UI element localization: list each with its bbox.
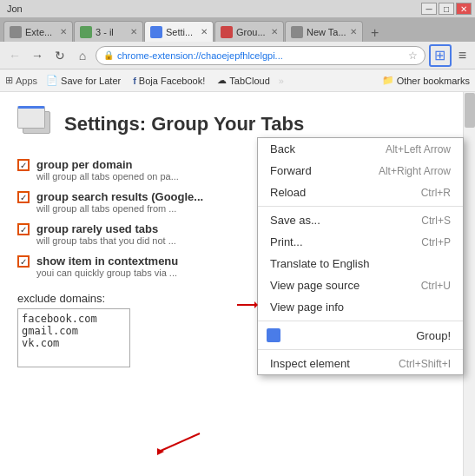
ctx-divider-1 bbox=[258, 206, 463, 207]
tab-exte[interactable]: Exte... ✕ bbox=[3, 21, 73, 42]
group-search-checkbox[interactable] bbox=[17, 191, 30, 203]
svg-marker-3 bbox=[157, 448, 164, 455]
back-button[interactable]: ← bbox=[5, 46, 24, 65]
tab-close-icon[interactable]: ✕ bbox=[60, 27, 67, 36]
tab-close-icon[interactable]: ✕ bbox=[201, 27, 208, 36]
nav-bar: ← → ↻ ⌂ 🔒 chrome-extension://chaoejepfhl… bbox=[0, 42, 475, 69]
main-content: Settings: Group Your Tabs group per doma… bbox=[0, 92, 475, 476]
boja-facebook-bookmark[interactable]: f Boja Facebook! bbox=[129, 74, 208, 88]
ctx-inspect-shortcut: Ctrl+Shift+I bbox=[399, 358, 451, 370]
ctx-back-shortcut: Alt+Left Arrow bbox=[386, 143, 451, 155]
tab-label: New Ta... bbox=[307, 27, 346, 37]
apps-label: Apps bbox=[16, 76, 37, 86]
bookmark-star-icon[interactable]: ☆ bbox=[408, 50, 418, 62]
bookmark-label: TabCloud bbox=[229, 76, 269, 86]
group-icon bbox=[267, 328, 280, 342]
setting-show-context: show item in contextmenu youi can quickl… bbox=[17, 255, 261, 278]
ctx-print[interactable]: Print... Ctrl+P bbox=[258, 231, 463, 253]
close-button[interactable]: ✕ bbox=[456, 3, 472, 15]
setting-desc: will group all tabs opened from ... bbox=[36, 203, 203, 214]
tab-favicon bbox=[291, 26, 303, 38]
ctx-forward-shortcut: Alt+Right Arrow bbox=[379, 165, 451, 177]
page-title: Settings: Group Your Tabs bbox=[64, 113, 304, 136]
context-menu: Back Alt+Left Arrow Forward Alt+Right Ar… bbox=[257, 137, 464, 375]
address-icon: 🔒 bbox=[103, 50, 114, 60]
tab-close-icon[interactable]: ✕ bbox=[130, 27, 137, 36]
title-bar: Jon ─ □ ✕ bbox=[0, 0, 475, 17]
tab-label: 3 - il bbox=[96, 27, 114, 37]
tab-label: Exte... bbox=[25, 27, 52, 37]
tab-close-icon[interactable]: ✕ bbox=[271, 27, 278, 36]
save-for-later-bookmark[interactable]: 📄 Save for Later bbox=[43, 73, 124, 88]
page-area: Settings: Group Your Tabs group per doma… bbox=[0, 92, 475, 476]
scrollbar-thumb[interactable] bbox=[465, 93, 475, 128]
ctx-back[interactable]: Back Alt+Left Arrow bbox=[258, 138, 463, 160]
setting-group-rarely: group rarely used tabs will group tabs t… bbox=[17, 222, 261, 246]
address-text: chrome-extension://chaoejepfhlcelgpi... bbox=[117, 50, 405, 61]
minimize-button[interactable]: ─ bbox=[421, 3, 437, 15]
tab-favicon bbox=[80, 26, 92, 38]
forward-button[interactable]: → bbox=[28, 46, 47, 65]
address-bar[interactable]: 🔒 chrome-extension://chaoejepfhlcelgpi..… bbox=[96, 46, 426, 65]
tab-label: Grou... bbox=[236, 27, 266, 37]
tab-settings[interactable]: Setti... ✕ bbox=[144, 21, 214, 42]
setting-label: group rarely used tabs bbox=[36, 222, 176, 235]
setting-label: group search results (Google... bbox=[36, 190, 203, 203]
setting-desc: youi can quickly group tabs via ... bbox=[36, 268, 178, 278]
new-tab-button[interactable]: + bbox=[364, 24, 386, 42]
ctx-view-info-label: View page info bbox=[270, 301, 344, 314]
red-arrow-icon bbox=[234, 298, 258, 312]
tab-new[interactable]: New Ta... ✕ bbox=[285, 21, 363, 42]
ctx-view-source-label: View page source bbox=[270, 279, 360, 292]
ctx-translate[interactable]: Translate to English bbox=[258, 253, 463, 274]
tab-bar: Exte... ✕ 3 - il ✕ Setti... ✕ Grou... ✕ … bbox=[0, 17, 475, 42]
settings-list: group per domain will group all tabs ope… bbox=[17, 158, 261, 278]
setting-label: group per domain bbox=[36, 158, 179, 171]
ctx-inspect-label: Inspect element bbox=[270, 357, 350, 370]
ctx-inspect[interactable]: Inspect element Ctrl+Shift+I bbox=[258, 353, 463, 374]
ctx-group-label: Group! bbox=[416, 329, 451, 342]
ctx-reload[interactable]: Reload Ctrl+R bbox=[258, 182, 463, 203]
setting-text: group rarely used tabs will group tabs t… bbox=[36, 222, 176, 246]
ctx-forward[interactable]: Forward Alt+Right Arrow bbox=[258, 160, 463, 182]
maximize-button[interactable]: □ bbox=[439, 3, 454, 15]
group-rarely-checkbox[interactable] bbox=[17, 223, 30, 235]
apps-bookmark[interactable]: ⊞ Apps bbox=[5, 75, 37, 86]
home-button[interactable]: ⌂ bbox=[73, 46, 92, 65]
cloud-icon: ☁ bbox=[217, 75, 227, 86]
other-bookmarks-folder[interactable]: 📁 Other bookmarks bbox=[382, 75, 470, 86]
tab-group[interactable]: Grou... ✕ bbox=[214, 21, 284, 42]
ctx-view-info[interactable]: View page info bbox=[258, 296, 463, 318]
ctx-group[interactable]: Group! bbox=[258, 324, 463, 347]
tab-favicon bbox=[221, 26, 233, 38]
setting-desc: will group all tabs opened on pa... bbox=[36, 171, 179, 182]
app-icon bbox=[17, 106, 54, 142]
tab-favicon bbox=[150, 26, 162, 38]
ctx-divider-3 bbox=[258, 349, 463, 350]
group-per-domain-checkbox[interactable] bbox=[17, 159, 30, 171]
menu-icon[interactable]: ≡ bbox=[455, 46, 470, 65]
extension-button[interactable]: ⊞ bbox=[429, 44, 452, 67]
ctx-save[interactable]: Save as... Ctrl+S bbox=[258, 209, 463, 231]
reload-button[interactable]: ↻ bbox=[50, 46, 69, 65]
setting-label: show item in contextmenu bbox=[36, 255, 178, 268]
ctx-reload-label: Reload bbox=[270, 186, 306, 199]
save-icon: 📄 bbox=[46, 75, 58, 86]
ctx-forward-label: Forward bbox=[270, 164, 312, 177]
setting-text: show item in contextmenu youi can quickl… bbox=[36, 255, 178, 278]
setting-group-per-domain: group per domain will group all tabs ope… bbox=[17, 158, 261, 182]
show-context-checkbox[interactable] bbox=[17, 255, 30, 268]
tab-close-icon[interactable]: ✕ bbox=[350, 27, 357, 36]
ctx-back-label: Back bbox=[270, 142, 295, 155]
folder-icon: 📁 bbox=[382, 75, 394, 86]
tabcloud-bookmark[interactable]: ☁ TabCloud bbox=[214, 73, 273, 88]
bookmarks-bar: ⊞ Apps 📄 Save for Later f Boja Facebook!… bbox=[0, 69, 475, 92]
tab-3il[interactable]: 3 - il ✕ bbox=[74, 21, 143, 42]
apps-icon: ⊞ bbox=[5, 75, 13, 86]
ctx-translate-label: Translate to English bbox=[270, 257, 369, 270]
ctx-print-shortcut: Ctrl+P bbox=[421, 236, 451, 248]
bookmark-label: Save for Later bbox=[61, 76, 121, 86]
exclude-domains-textarea[interactable]: facebook.com gmail.com vk.com bbox=[17, 308, 130, 367]
scrollbar[interactable] bbox=[463, 92, 475, 476]
ctx-view-source[interactable]: View page source Ctrl+U bbox=[258, 274, 463, 296]
